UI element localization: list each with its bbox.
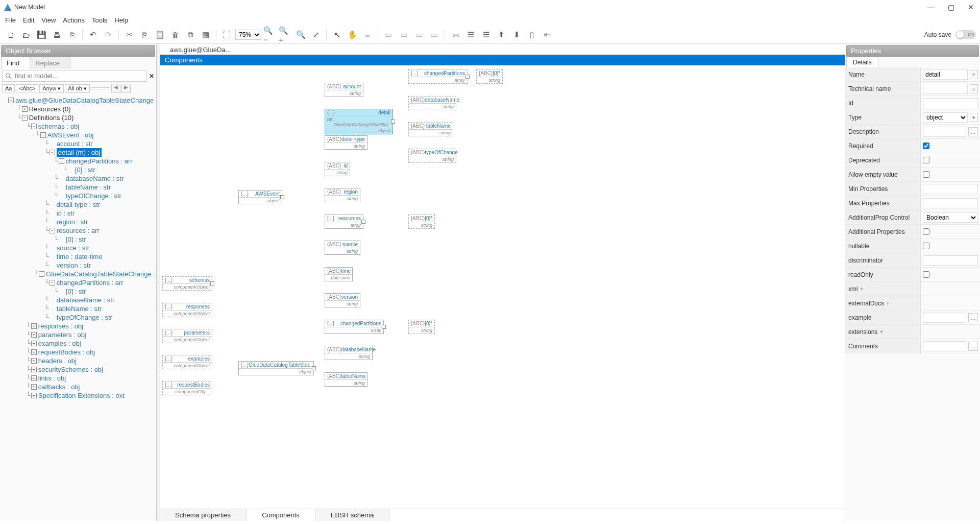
diagram-node[interactable]: [...]changedPartitionsarray: [408, 69, 468, 84]
tree-item[interactable]: └-GlueDataCatalogTableStateChange :: [1, 270, 155, 278]
property-value[interactable]: Boolean: [921, 212, 980, 223]
property-value[interactable]: [921, 228, 980, 235]
up-icon[interactable]: ⬆: [495, 28, 508, 41]
diagram-node[interactable]: {...}responsescomponentObject: [162, 303, 212, 317]
tree-item[interactable]: -aws.glue@GlueDataCatalogTableStateChang…: [1, 96, 155, 105]
filter-value[interactable]: [91, 87, 110, 89]
tree-item[interactable]: └+headers : obj: [1, 356, 155, 365]
diagram-node[interactable]: [...]resourcesarray: [325, 215, 363, 229]
cut-icon[interactable]: ✂: [122, 28, 136, 41]
diagram-node[interactable]: {...}schemascomponentObject: [162, 276, 212, 291]
tree-item[interactable]: └source : str: [1, 244, 155, 252]
target-select[interactable]: All ob ▾: [65, 84, 90, 93]
find-tab[interactable]: Find: [1, 57, 30, 69]
diagram-node[interactable]: {ABC}versionstring: [325, 293, 360, 307]
copy-icon[interactable]: ⎘: [138, 28, 151, 41]
align-icon[interactable]: ≡: [361, 28, 374, 41]
search-input[interactable]: [2, 70, 147, 82]
tree-item[interactable]: └-schemas : obj: [1, 122, 155, 131]
save-icon[interactable]: 💾: [35, 28, 48, 41]
tb-icon-3[interactable]: ▭: [412, 28, 426, 41]
expand-icon[interactable]: ⤢: [309, 28, 323, 41]
diagram-node[interactable]: {ABC}[0]*string: [408, 215, 435, 229]
tree-item[interactable]: └databaseName : str: [1, 174, 155, 183]
tree-item[interactable]: └databaseName : str: [1, 296, 155, 304]
tree-item[interactable]: └time : date-time: [1, 252, 155, 261]
tab-ebsr-schema[interactable]: EBSR schema: [315, 509, 390, 521]
select-all-icon[interactable]: ▦: [199, 28, 212, 41]
minimize-button[interactable]: —: [925, 3, 937, 11]
object-tree[interactable]: -aws.glue@GlueDataCatalogTableStateChang…: [0, 94, 156, 521]
diagram-node[interactable]: {ABC}tableNamestring: [325, 372, 368, 387]
tree-item[interactable]: └+Resources (0): [1, 105, 155, 113]
tree-item[interactable]: └+responses : obj: [1, 322, 155, 330]
tree-item[interactable]: └+requestBodies : obj: [1, 348, 155, 356]
pointer-icon[interactable]: ↖: [330, 28, 344, 41]
tree-item[interactable]: └[0] : str: [1, 235, 155, 244]
duplicate-icon[interactable]: ⧉: [184, 28, 197, 41]
tree-item[interactable]: └+links : obj: [1, 374, 155, 383]
tree-item[interactable]: └typeOfChange : str: [1, 192, 155, 200]
tree-item[interactable]: └-Definitions (10): [1, 113, 155, 122]
delete-icon[interactable]: 🗑: [168, 28, 182, 41]
tree-item[interactable]: └tableName : str: [1, 183, 155, 192]
diagram-node[interactable]: {ABC}timedate-time: [325, 267, 353, 281]
property-value[interactable]: [921, 98, 980, 108]
zoom-select[interactable]: 75%: [235, 30, 261, 40]
property-value[interactable]: [921, 271, 980, 278]
diagram-node[interactable]: [...]changedPartitionsarray: [325, 320, 384, 334]
property-value[interactable]: ...: [921, 127, 980, 137]
diagram-node[interactable]: {...}GlueDataCatalogTableStat..object: [238, 361, 314, 375]
property-value[interactable]: [921, 171, 980, 178]
open-icon[interactable]: 🗁: [19, 28, 33, 41]
property-value[interactable]: [921, 198, 980, 208]
list-icon-1[interactable]: ☰: [464, 28, 477, 41]
close-button[interactable]: ✕: [966, 3, 976, 11]
match-case-button[interactable]: Aa: [2, 84, 15, 92]
tb-icon-4[interactable]: ▭: [428, 28, 441, 41]
print-icon[interactable]: 🖶: [50, 28, 63, 41]
diagram-node[interactable]: {ABC}[0]*string: [476, 69, 503, 84]
tree-item[interactable]: └tableName : str: [1, 304, 155, 313]
tb-icon-1[interactable]: ▭: [382, 28, 395, 41]
replace-tab[interactable]: Replace: [30, 57, 70, 69]
tree-item[interactable]: └-AWSEvent : obj: [1, 131, 155, 139]
menu-file[interactable]: File: [5, 16, 16, 24]
tb-icon-2[interactable]: ▭: [397, 28, 410, 41]
tree-item[interactable]: └-detail (m) : obj: [1, 148, 155, 157]
list-icon-2[interactable]: ☰: [479, 28, 493, 41]
tab-components[interactable]: Components: [247, 509, 315, 521]
undo-icon[interactable]: ↶: [86, 28, 100, 41]
tree-item[interactable]: └typeOfChange : str: [1, 313, 155, 322]
tree-item[interactable]: └version : str: [1, 261, 155, 270]
diagram-node[interactable]: {ABC}regionstring: [325, 188, 360, 202]
menu-edit[interactable]: Edit: [23, 16, 34, 24]
menu-view[interactable]: View: [41, 16, 56, 24]
details-tab[interactable]: Details: [846, 57, 878, 67]
tree-item[interactable]: └id : str: [1, 209, 155, 218]
panel-icon[interactable]: ▯: [525, 28, 538, 41]
property-value[interactable]: [921, 142, 980, 149]
property-value[interactable]: [921, 243, 980, 249]
menu-actions[interactable]: Actions: [63, 16, 85, 24]
next-match-button[interactable]: ▶: [121, 84, 131, 93]
diagram-node[interactable]: {ABC}detail-typestring: [325, 135, 368, 150]
diagram-node[interactable]: {...}parameterscomponentObject: [162, 329, 212, 343]
property-value[interactable]: object+: [921, 112, 980, 123]
fit-icon[interactable]: ⛶: [220, 28, 233, 41]
tree-item[interactable]: └+Specification Extensions : ext: [1, 391, 155, 400]
down-icon[interactable]: ⬇: [510, 28, 523, 41]
menu-help[interactable]: Help: [114, 16, 128, 24]
autosave-toggle[interactable]: Off: [955, 30, 976, 39]
tb-icon-5[interactable]: ⫘: [449, 28, 462, 41]
whole-word-button[interactable]: <Abc>: [16, 84, 38, 92]
property-value[interactable]: ...: [921, 341, 980, 351]
diagram-node[interactable]: {ABC}idstring: [325, 162, 350, 176]
diagram-node[interactable]: {ABC}databaseNamestring: [325, 346, 373, 360]
property-value[interactable]: [921, 184, 980, 194]
tree-item[interactable]: └detail-type : str: [1, 200, 155, 209]
zoom-in-icon[interactable]: 🔍+: [279, 28, 292, 41]
tree-item[interactable]: └account : str: [1, 139, 155, 148]
property-value[interactable]: [921, 157, 980, 163]
tree-item[interactable]: └+examples : obj: [1, 339, 155, 348]
